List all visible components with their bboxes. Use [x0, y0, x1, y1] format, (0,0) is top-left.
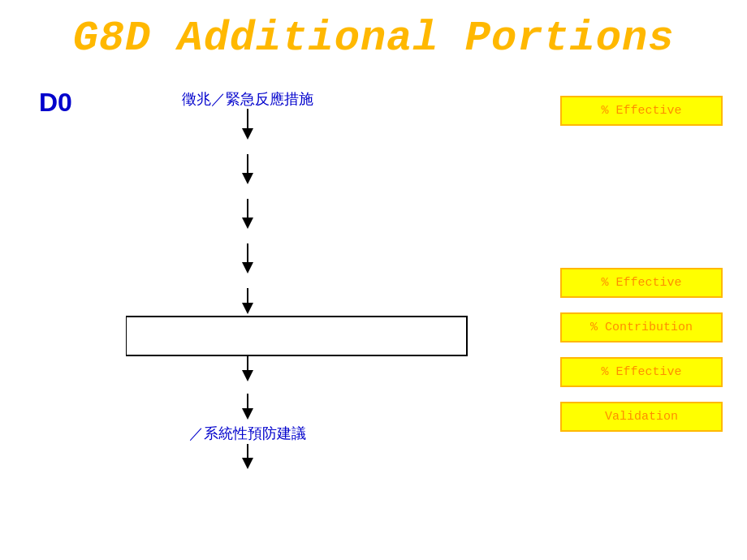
badge-effective-1: % Effective [560, 96, 723, 126]
flow-bottom-text: ／系統性預防建議 [189, 425, 306, 442]
svg-rect-10 [126, 317, 467, 355]
svg-marker-9 [242, 303, 253, 314]
d0-label: D0 [39, 88, 72, 118]
badge-contribution: % Contribution [560, 312, 723, 342]
svg-marker-16 [242, 458, 253, 469]
badge-validation: Validation [560, 402, 723, 432]
badge-effective-3: % Effective [560, 357, 723, 387]
flow-diagram: 徵兆／緊急反應措施 ／系統性預防建議 [126, 81, 491, 544]
page-title: G8D Additional Portions [0, 0, 747, 62]
svg-marker-14 [242, 408, 253, 420]
svg-marker-12 [242, 370, 253, 381]
svg-marker-1 [242, 128, 253, 140]
svg-marker-7 [242, 262, 253, 274]
svg-marker-3 [242, 173, 253, 184]
flow-top-text: 徵兆／緊急反應措施 [182, 91, 313, 107]
badge-effective-2: % Effective [560, 268, 723, 298]
svg-marker-5 [242, 218, 253, 229]
